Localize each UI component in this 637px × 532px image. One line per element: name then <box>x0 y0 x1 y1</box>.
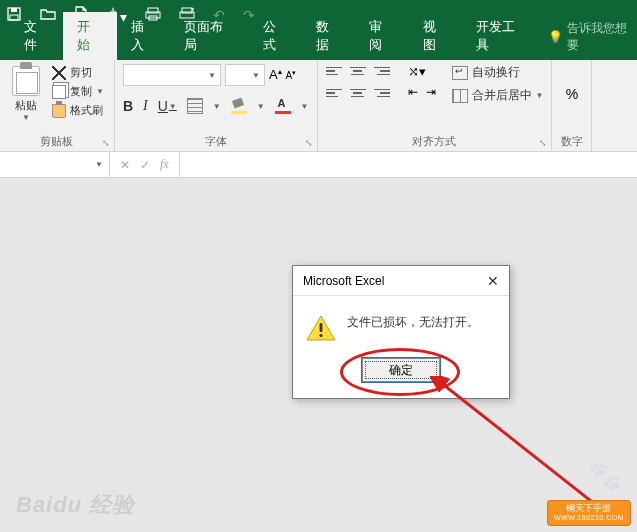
increase-indent-button[interactable]: ⇥ <box>426 85 436 99</box>
paste-button[interactable]: 粘贴 ▼ <box>8 64 44 124</box>
group-label-clipboard: 剪贴板 ⤡ <box>8 132 106 149</box>
chevron-down-icon: ▼ <box>208 71 216 80</box>
group-clipboard: 粘贴 ▼ 剪切 复制 ▼ 格式刷 剪贴板 ⤡ <box>0 60 115 151</box>
wrap-text-label: 自动换行 <box>472 64 520 81</box>
font-name-select[interactable]: ▼ <box>123 64 221 86</box>
align-top-left-button[interactable] <box>326 64 342 78</box>
group-label-alignment: 对齐方式 ⤡ <box>326 132 544 149</box>
chevron-down-icon[interactable]: ▼ <box>257 102 265 111</box>
format-painter-button[interactable]: 格式刷 <box>50 102 106 119</box>
borders-button[interactable] <box>187 98 203 114</box>
cut-button[interactable]: 剪切 <box>50 64 106 81</box>
wrap-text-button[interactable]: 自动换行 <box>452 64 544 81</box>
align-center-button[interactable] <box>350 86 366 100</box>
copy-button[interactable]: 复制 ▼ <box>50 83 106 100</box>
insert-function-button[interactable]: fx <box>160 157 169 172</box>
tell-me-label: 告诉我您想要 <box>567 20 637 54</box>
watermark-site: 铜天下手游 WWW.168510.COM <box>547 500 631 526</box>
formula-bar: ▼ ✕ ✓ fx <box>0 152 637 178</box>
watermark-site-url: WWW.168510.COM <box>554 514 624 522</box>
lightbulb-icon: 💡 <box>548 30 563 44</box>
underline-button[interactable]: U▼ <box>158 98 177 114</box>
chevron-down-icon: ▼ <box>96 87 104 96</box>
dialog-title: Microsoft Excel <box>303 274 384 288</box>
fill-color-button[interactable] <box>231 98 247 114</box>
dialog-launcher-icon[interactable]: ⤡ <box>102 138 110 148</box>
cancel-formula-button[interactable]: ✕ <box>120 158 130 172</box>
merge-label: 合并后居中 <box>472 87 532 104</box>
group-number: % 数字 <box>552 60 592 151</box>
copy-icon <box>52 85 66 99</box>
watermark-paw-icon: 🐾 <box>588 459 623 492</box>
ribbon: 粘贴 ▼ 剪切 复制 ▼ 格式刷 剪贴板 ⤡ <box>0 60 637 152</box>
align-top-right-button[interactable] <box>374 64 390 78</box>
cut-label: 剪切 <box>70 65 92 80</box>
error-dialog: Microsoft Excel ✕ 文件已损坏，无法打开。 确定 <box>292 265 510 399</box>
font-size-select[interactable]: ▼ <box>225 64 265 86</box>
tab-data[interactable]: 数据 <box>302 12 355 60</box>
svg-rect-8 <box>320 323 323 332</box>
svg-point-9 <box>319 334 322 337</box>
tab-home[interactable]: 开始 <box>63 12 116 60</box>
ok-button[interactable]: 确定 <box>362 358 440 382</box>
align-right-button[interactable] <box>374 86 390 100</box>
decrease-font-button[interactable]: A▾ <box>286 69 297 81</box>
paste-label: 粘贴 <box>15 98 37 113</box>
brush-icon <box>52 104 66 118</box>
dialog-message: 文件已损坏，无法打开。 <box>347 314 479 331</box>
tab-review[interactable]: 审阅 <box>355 12 408 60</box>
font-color-button[interactable] <box>275 98 291 114</box>
name-box[interactable]: ▼ <box>0 152 110 177</box>
chevron-down-icon: ▼ <box>95 160 103 169</box>
tab-insert[interactable]: 插入 <box>117 12 170 60</box>
tab-developer[interactable]: 开发工具 <box>462 12 541 60</box>
percent-style-button[interactable]: % <box>566 86 578 102</box>
decrease-indent-button[interactable]: ⇤ <box>408 85 418 99</box>
chevron-down-icon[interactable]: ▼ <box>301 102 309 111</box>
tab-view[interactable]: 视图 <box>409 12 462 60</box>
tell-me-search[interactable]: 💡 告诉我您想要 <box>548 14 637 60</box>
paste-icon <box>12 66 40 96</box>
dialog-titlebar: Microsoft Excel ✕ <box>293 266 509 296</box>
watermark-baidu: Baidu 经验 <box>16 490 135 520</box>
tab-file[interactable]: 文件 <box>10 12 63 60</box>
dialog-launcher-icon[interactable]: ⤡ <box>539 138 547 148</box>
format-painter-label: 格式刷 <box>70 103 103 118</box>
chevron-down-icon[interactable]: ▼ <box>213 102 221 111</box>
chevron-down-icon: ▼ <box>252 71 260 80</box>
tab-page-layout[interactable]: 页面布局 <box>170 12 249 60</box>
warning-icon <box>305 314 337 342</box>
align-top-center-button[interactable] <box>350 64 366 78</box>
merge-center-button[interactable]: 合并后居中 ▼ <box>452 87 544 104</box>
orientation-button[interactable]: ⤭▾ <box>408 64 426 79</box>
group-label-number: 数字 <box>560 132 583 149</box>
enter-formula-button[interactable]: ✓ <box>140 158 150 172</box>
wrap-text-icon <box>452 66 468 80</box>
group-label-font: 字体 ⤡ <box>123 132 309 149</box>
tab-formulas[interactable]: 公式 <box>249 12 302 60</box>
close-button[interactable]: ✕ <box>487 273 499 289</box>
formula-input[interactable] <box>180 152 637 177</box>
undo-icon[interactable]: ↶ <box>213 7 225 23</box>
chevron-down-icon: ▼ <box>169 102 177 111</box>
ribbon-tabs: 文件 开始 插入 页面布局 公式 数据 审阅 视图 开发工具 💡 告诉我您想要 <box>0 30 637 60</box>
dialog-launcher-icon[interactable]: ⤡ <box>305 138 313 148</box>
italic-button[interactable]: I <box>143 98 148 114</box>
align-left-button[interactable] <box>326 86 342 100</box>
group-font: ▼ ▼ A▴ A▾ B I U▼ ▼ ▼ ▼ 字体 ⤡ <box>115 60 318 151</box>
scissors-icon <box>52 66 66 80</box>
svg-rect-1 <box>11 8 17 12</box>
copy-label: 复制 <box>70 84 92 99</box>
chevron-down-icon: ▼ <box>22 113 30 122</box>
chevron-down-icon: ▼ <box>536 91 544 100</box>
increase-font-button[interactable]: A▴ <box>269 67 282 82</box>
redo-icon[interactable]: ↷ <box>243 7 255 23</box>
watermark-site-name: 铜天下手游 <box>566 503 611 513</box>
bold-button[interactable]: B <box>123 98 133 114</box>
merge-icon <box>452 89 468 103</box>
group-alignment: ⤭▾ ⇤ ⇥ 自动换行 合并后居中 ▼ 对齐方式 <box>318 60 553 151</box>
